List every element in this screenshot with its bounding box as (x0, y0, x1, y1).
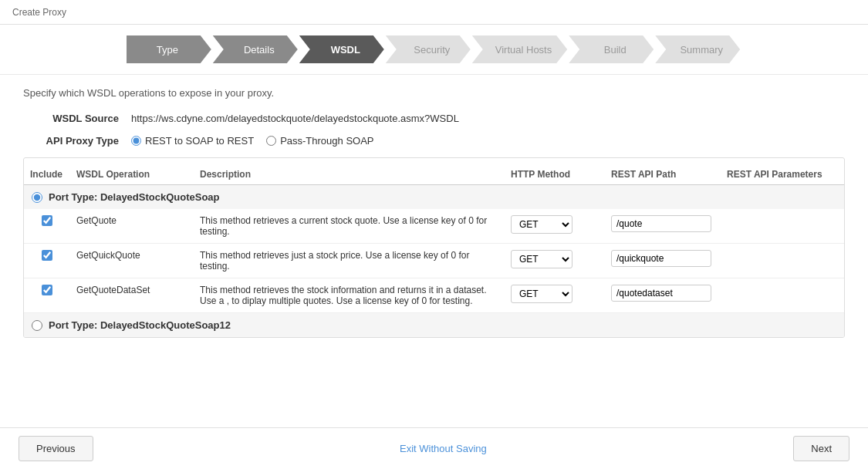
subtitle: Specify which WSDL operations to expose … (23, 87, 845, 99)
step-virtual-hosts[interactable]: Virtual Hosts (472, 35, 567, 63)
checkbox-GetQuoteDataSet[interactable] (42, 285, 52, 295)
op-name-GetQuote: GetQuote (70, 209, 194, 244)
next-button[interactable]: Next (793, 436, 849, 461)
app-title: Create Proxy (12, 7, 66, 18)
op-params-GetQuote (721, 209, 844, 244)
port-type-row-DelayedStockQuoteSoap12[interactable]: Port Type: DelayedStockQuoteSoap12 (24, 313, 844, 338)
api-proxy-type-label: API Proxy Type (23, 135, 131, 147)
port-type-radio-DelayedStockQuoteSoap[interactable] (32, 192, 42, 203)
path-input-GetQuoteDataSet[interactable] (611, 285, 711, 302)
previous-button[interactable]: Previous (19, 436, 93, 461)
pass-through-label: Pass-Through SOAP (280, 135, 373, 147)
op-desc-GetQuoteDataSet: This method retrieves the stock informat… (194, 278, 505, 313)
col-http-method: HTTP Method (505, 164, 605, 185)
proxy-type-radio-group: REST to SOAP to REST Pass-Through SOAP (131, 135, 374, 147)
op-params-GetQuoteDataSet (721, 278, 844, 313)
op-params-GetQuickQuote (721, 244, 844, 278)
table-wrapper: Include WSDL Operation Description HTTP … (23, 157, 845, 338)
operation-row-GetQuoteDataSet: GetQuoteDataSetThis method retrieves the… (24, 278, 844, 313)
path-input-GetQuickQuote[interactable] (611, 250, 711, 267)
exit-without-saving-button[interactable]: Exit Without Saving (400, 443, 487, 454)
wsdl-source-value: https://ws.cdyne.com/delayedstockquote/d… (131, 113, 459, 124)
port-type-row-DelayedStockQuoteSoap[interactable]: Port Type: DelayedStockQuoteSoap (24, 185, 844, 210)
checkbox-GetQuickQuote[interactable] (42, 250, 52, 261)
step-build[interactable]: Build (569, 35, 654, 63)
pass-through-option[interactable]: Pass-Through SOAP (266, 135, 373, 147)
operation-row-GetQuickQuote: GetQuickQuoteThis method retrieves just … (24, 244, 844, 278)
method-select-GetQuickQuote[interactable]: GETPOSTPUTDELETE (511, 250, 572, 268)
op-desc-GetQuickQuote: This method retrieves just a stock price… (194, 244, 505, 278)
port-type-label-DelayedStockQuoteSoap: Port Type: DelayedStockQuoteSoap (49, 191, 220, 203)
col-wsdl-operation: WSDL Operation (70, 164, 194, 185)
step-summary[interactable]: Summary (655, 35, 740, 63)
footer: Previous Exit Without Saving Next (0, 427, 868, 469)
wizard-steps: TypeDetailsWSDLSecurityVirtual HostsBuil… (0, 25, 868, 75)
col-description: Description (194, 164, 505, 185)
checkbox-GetQuote[interactable] (42, 215, 52, 226)
path-input-GetQuote[interactable] (611, 215, 711, 232)
main-content: Specify which WSDL operations to expose … (0, 75, 868, 350)
col-include: Include (24, 164, 70, 185)
step-wsdl: WSDL (299, 35, 384, 63)
pass-through-radio[interactable] (266, 136, 276, 146)
port-type-label-DelayedStockQuoteSoap12: Port Type: DelayedStockQuoteSoap12 (49, 319, 231, 331)
port-type-radio-DelayedStockQuoteSoap12[interactable] (32, 320, 42, 331)
rest-to-soap-radio[interactable] (131, 136, 141, 146)
col-rest-api-path: REST API Path (605, 164, 721, 185)
app-header: Create Proxy (0, 0, 868, 25)
col-rest-api-params: REST API Parameters (721, 164, 844, 185)
method-select-GetQuoteDataSet[interactable]: GETPOSTPUTDELETE (511, 285, 572, 303)
op-desc-GetQuote: This method retrieves a current stock qu… (194, 209, 505, 244)
operations-table: Include WSDL Operation Description HTTP … (24, 164, 844, 337)
step-security[interactable]: Security (386, 35, 471, 63)
op-name-GetQuoteDataSet: GetQuoteDataSet (70, 278, 194, 313)
step-type[interactable]: Type (127, 35, 211, 63)
step-details[interactable]: Details (213, 35, 298, 63)
rest-to-soap-option[interactable]: REST to SOAP to REST (131, 135, 254, 147)
operation-row-GetQuote: GetQuoteThis method retrieves a current … (24, 209, 844, 244)
method-select-GetQuote[interactable]: GETPOSTPUTDELETE (511, 215, 572, 234)
op-name-GetQuickQuote: GetQuickQuote (70, 244, 194, 278)
wsdl-source-label: WSDL Source (23, 113, 131, 124)
rest-to-soap-label: REST to SOAP to REST (145, 135, 254, 147)
